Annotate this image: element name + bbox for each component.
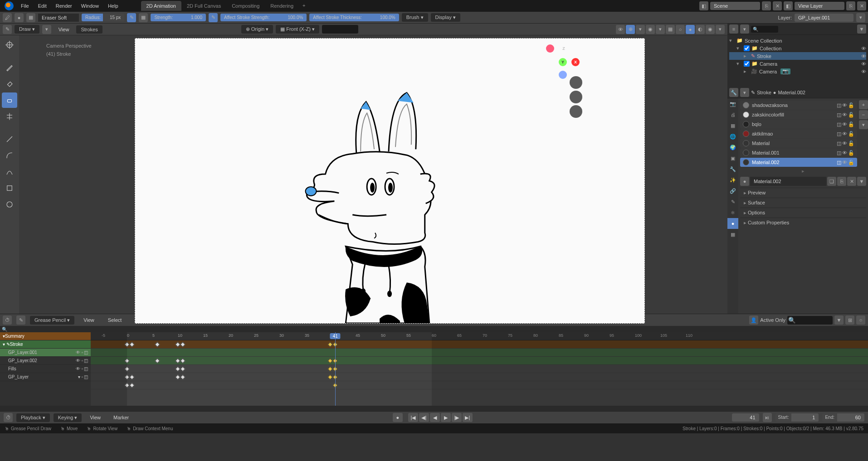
jump-next-key-button[interactable]: |▶ bbox=[452, 413, 462, 422]
outliner-camera-coll[interactable]: Camera bbox=[760, 61, 777, 67]
mat-vis-icon[interactable]: 👁 bbox=[842, 102, 847, 108]
blender-logo-icon[interactable] bbox=[5, 1, 14, 10]
timeline-view-menu[interactable]: View bbox=[85, 413, 105, 422]
visibility-icon[interactable]: 👁 bbox=[861, 46, 866, 51]
scene-name-input[interactable] bbox=[710, 2, 760, 10]
collection-checkbox[interactable] bbox=[744, 45, 750, 51]
shading-lookdev-icon[interactable]: ◐ bbox=[696, 25, 705, 34]
start-frame-input[interactable] bbox=[791, 413, 819, 422]
dopesheet-mode-icon[interactable]: ✎ bbox=[16, 315, 25, 325]
material-slot[interactable]: Material.001◫👁🔓 bbox=[740, 148, 857, 157]
prop-tab-render[interactable]: 📷 bbox=[727, 98, 738, 109]
scene-delete-icon[interactable]: ✕ bbox=[773, 1, 782, 10]
display-menu-dropdown[interactable]: Display ▾ bbox=[431, 13, 460, 22]
material-browse-icon[interactable]: ● bbox=[740, 177, 749, 186]
keyframe[interactable] bbox=[175, 374, 180, 379]
properties-dropdown-icon[interactable]: ▾ bbox=[740, 88, 749, 97]
xray-icon[interactable]: ▦ bbox=[666, 25, 675, 34]
mat-onion-icon[interactable]: ◫ bbox=[837, 112, 841, 118]
keyframe[interactable] bbox=[180, 366, 185, 371]
keyframe[interactable] bbox=[155, 358, 160, 363]
prop-tab-data[interactable]: ✎ bbox=[727, 196, 738, 207]
mat-lock-icon[interactable]: 🔓 bbox=[848, 112, 854, 118]
dopesheet-scrollbar[interactable] bbox=[0, 406, 868, 411]
mat-lock-icon[interactable]: 🔓 bbox=[848, 160, 854, 165]
panel-options[interactable]: Options bbox=[740, 208, 866, 218]
mat-vis-icon[interactable]: 👁 bbox=[842, 160, 847, 165]
channel-stroke[interactable]: Stroke bbox=[10, 342, 23, 347]
brush-name-input[interactable] bbox=[38, 14, 79, 22]
origin-dropdown[interactable]: ⊕ Origin ▾ bbox=[241, 25, 273, 34]
shading-dropdown-icon[interactable]: ▾ bbox=[716, 25, 725, 34]
prop-tab-output[interactable]: 🖨 bbox=[727, 109, 738, 120]
overlays-toggle-icon[interactable]: ◉ bbox=[646, 25, 655, 34]
viewport-3d[interactable]: Camera Perspective (41) Stroke Z Y X bbox=[19, 35, 727, 314]
dope-view-menu[interactable]: View bbox=[79, 315, 99, 325]
material-slot[interactable]: zakskincolorfill◫👁🔓 bbox=[740, 110, 857, 119]
box-tool[interactable] bbox=[2, 180, 17, 196]
keyframe[interactable] bbox=[327, 374, 332, 379]
timeline-marker-menu[interactable]: Marker bbox=[109, 413, 133, 422]
mat-vis-icon[interactable]: 👁 bbox=[842, 150, 847, 156]
scene-browse-icon[interactable]: ◧ bbox=[699, 1, 708, 10]
mat-onion-icon[interactable]: ◫ bbox=[837, 160, 841, 165]
mat-lock-icon[interactable]: 🔓 bbox=[848, 121, 854, 127]
cursor-tool[interactable] bbox=[2, 37, 17, 53]
brush-dropdown-icon[interactable]: 🖊 bbox=[3, 13, 12, 22]
prop-tab-physics[interactable]: ⚛ bbox=[727, 207, 738, 218]
header-dropdown-icon[interactable]: ▾ bbox=[42, 25, 51, 34]
outliner-scene-collection[interactable]: Scene Collection bbox=[745, 38, 782, 44]
dope-snap-icon[interactable]: ⊞ bbox=[845, 315, 854, 325]
keyframe[interactable] bbox=[130, 342, 135, 347]
guides-dropdown[interactable] bbox=[322, 25, 358, 34]
affect-strength-slider[interactable]: Affect Stroke Strength: 100.0% bbox=[220, 14, 307, 21]
overlays-dropdown-icon[interactable]: ▾ bbox=[656, 25, 665, 34]
radius-slider[interactable]: Radius: 15 px bbox=[82, 14, 124, 21]
menu-edit[interactable]: Edit bbox=[34, 1, 51, 10]
drawing-plane-dropdown[interactable]: ▦ Front (X-Z) ▾ bbox=[276, 25, 319, 34]
prop-tab-effects[interactable]: ✨ bbox=[727, 175, 738, 185]
mat-vis-icon[interactable]: 👁 bbox=[842, 141, 847, 146]
prop-tab-viewlayer[interactable]: ▦ bbox=[727, 120, 738, 131]
outliner-stroke[interactable]: Stroke bbox=[757, 53, 771, 59]
end-frame-input[interactable] bbox=[837, 413, 864, 422]
material-name-input[interactable] bbox=[750, 177, 826, 186]
shading-solid-icon[interactable]: ● bbox=[686, 25, 695, 34]
mat-lock-icon[interactable]: 🔓 bbox=[848, 131, 854, 137]
viewlayer-browse-icon[interactable]: ◧ bbox=[784, 1, 793, 10]
prop-tab-object[interactable]: ▣ bbox=[727, 153, 738, 164]
play-reverse-button[interactable]: ◀ bbox=[430, 413, 440, 422]
panel-preview[interactable]: Preview bbox=[740, 188, 866, 198]
mat-onion-icon[interactable]: ◫ bbox=[837, 102, 841, 108]
dope-proportional-icon[interactable]: ○ bbox=[856, 315, 865, 325]
visibility-icon[interactable]: 👁 bbox=[861, 61, 866, 67]
current-frame-input[interactable] bbox=[732, 413, 759, 422]
keyframe[interactable] bbox=[175, 358, 180, 363]
panel-custom-props[interactable]: Custom Properties bbox=[740, 218, 866, 228]
prop-tab-modifiers[interactable]: 🔧 bbox=[727, 164, 738, 175]
jump-prev-key-button[interactable]: ◀| bbox=[419, 413, 429, 422]
selectability-icon[interactable]: 👁 bbox=[616, 25, 625, 34]
keyframe[interactable] bbox=[327, 358, 332, 363]
outliner-collection[interactable]: Collection bbox=[760, 46, 781, 51]
strokes-dropdown[interactable]: Strokes bbox=[76, 25, 102, 34]
mode-icon[interactable]: ✎ bbox=[3, 25, 12, 34]
menu-render[interactable]: Render bbox=[51, 1, 77, 10]
channel-search-input[interactable] bbox=[2, 326, 866, 332]
visibility-icon[interactable]: 👁 bbox=[861, 69, 866, 74]
prop-tab-scene[interactable]: 🌐 bbox=[727, 131, 738, 142]
prop-tab-texture[interactable]: ▦ bbox=[727, 229, 738, 240]
layer-vis-icon[interactable]: 👁 bbox=[76, 350, 80, 355]
erase-tool[interactable] bbox=[2, 92, 17, 108]
material-slot[interactable]: shadowzaksona◫👁🔓 bbox=[740, 101, 857, 110]
timeline-editor-icon[interactable]: ⏱ bbox=[4, 413, 13, 422]
menu-file[interactable]: File bbox=[16, 1, 34, 10]
strength-slider[interactable]: Strength: 1.000 bbox=[151, 14, 206, 21]
material-specials-icon[interactable]: ▾ bbox=[859, 120, 868, 129]
brush-preset-icon[interactable]: ● bbox=[15, 13, 24, 22]
dope-filter-icon[interactable]: ▼ bbox=[834, 315, 844, 325]
dopesheet-tracks[interactable]: -505101520253035404550556065707580859095… bbox=[91, 332, 868, 406]
material-users-icon[interactable]: ❏ bbox=[827, 177, 836, 186]
layer-vis-icon[interactable]: 👁 bbox=[76, 358, 80, 363]
dopesheet-mode-dropdown[interactable]: Grease Pencil ▾ bbox=[30, 316, 74, 325]
